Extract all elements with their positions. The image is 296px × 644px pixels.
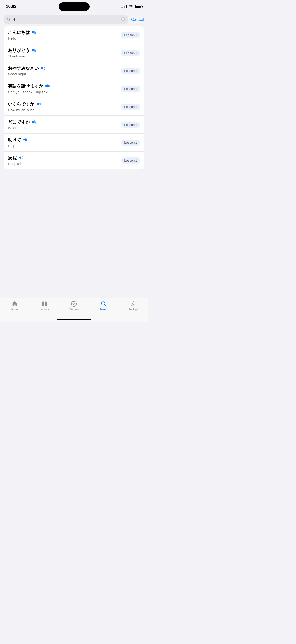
audio-icon[interactable] <box>36 102 41 106</box>
search-icon <box>7 18 10 22</box>
dynamic-island <box>59 2 90 11</box>
vocab-left: 助けて Help <box>8 137 121 148</box>
svg-marker-11 <box>23 138 25 141</box>
vocab-item[interactable]: 助けて Help Lesson 1 <box>4 134 144 152</box>
audio-icon[interactable] <box>23 138 27 142</box>
tab-settings[interactable]: Settings <box>123 301 143 311</box>
vocab-english: Good night <box>8 72 121 76</box>
vocab-item[interactable]: こんにちは Hello Lesson 1 <box>4 26 144 44</box>
lesson-badge: Lesson 1 <box>121 122 140 128</box>
vocab-english: Help <box>8 144 121 148</box>
svg-marker-7 <box>41 66 43 69</box>
tab-lessons[interactable]: Lessons <box>35 301 54 311</box>
vocab-item[interactable]: 病院 Hospital Lesson 1 <box>4 152 144 169</box>
lesson-badge: Lesson 1 <box>121 104 140 110</box>
vocab-left: 英語を話せますか Can you speak English? <box>8 83 121 94</box>
lessons-icon <box>41 301 48 307</box>
search-clear-button[interactable] <box>121 17 125 22</box>
tab-lessons-label: Lessons <box>39 308 49 311</box>
svg-marker-6 <box>32 48 34 51</box>
settings-icon <box>130 301 136 307</box>
vocab-japanese-row: いくらですか <box>8 101 121 107</box>
vocab-japanese: いくらですか <box>8 101 34 107</box>
search-tab-icon <box>100 301 107 307</box>
home-icon <box>11 301 18 307</box>
vocab-japanese-row: どこですか <box>8 119 121 125</box>
vocab-english: Hello <box>8 36 121 40</box>
svg-line-1 <box>9 20 10 21</box>
vocab-item[interactable]: いくらですか How much is it? Lesson 1 <box>4 98 144 116</box>
vocab-english: Thank you <box>8 54 121 58</box>
cancel-button[interactable]: Cancel <box>131 17 144 22</box>
vocab-left: 病院 Hospital <box>8 155 121 166</box>
svg-marker-9 <box>36 102 39 105</box>
vocab-japanese: おやすみなさい <box>8 65 39 71</box>
results-container: こんにちは Hello Lesson 1 ありがとう Thank you <box>4 26 144 169</box>
vocab-japanese-row: おやすみなさい <box>8 65 121 71</box>
svg-rect-16 <box>45 304 47 306</box>
vocab-japanese: 助けて <box>8 137 21 143</box>
search-bar-container: Cancel <box>0 13 148 26</box>
audio-icon[interactable] <box>32 120 36 124</box>
vocab-japanese: こんにちは <box>8 30 30 35</box>
vocab-japanese: 病院 <box>8 155 17 161</box>
vocab-item[interactable]: おやすみなさい Good night Lesson 1 <box>4 62 144 80</box>
tab-quizzes-label: Quizzes <box>69 308 79 311</box>
vocab-japanese: ありがとう <box>8 48 30 53</box>
audio-icon[interactable] <box>32 48 36 52</box>
vocab-item[interactable]: ありがとう Thank you Lesson 1 <box>4 44 144 62</box>
search-input-wrapper[interactable] <box>4 15 128 24</box>
audio-icon[interactable] <box>19 156 23 160</box>
status-time: 10:02 <box>6 4 16 9</box>
vocab-japanese-row: 英語を話せますか <box>8 83 121 89</box>
lesson-badge: Lesson 1 <box>121 86 140 92</box>
svg-rect-15 <box>42 304 44 306</box>
vocab-japanese-row: ありがとう <box>8 48 121 53</box>
svg-line-19 <box>105 305 106 306</box>
svg-point-20 <box>132 303 134 305</box>
status-icons <box>121 5 142 8</box>
vocab-japanese-row: 助けて <box>8 137 121 143</box>
wifi-icon <box>129 5 133 8</box>
svg-marker-8 <box>45 84 48 87</box>
search-input[interactable] <box>12 17 119 22</box>
tab-home-label: Home <box>11 308 18 311</box>
audio-icon[interactable] <box>45 84 49 88</box>
vocab-left: いくらですか How much is it? <box>8 101 121 112</box>
tab-bar: Home Lessons Quizzes Search Settings <box>0 298 148 322</box>
vocab-japanese: どこですか <box>8 119 30 125</box>
quizzes-icon <box>71 301 77 307</box>
svg-rect-13 <box>42 302 44 304</box>
vocab-english: How much is it? <box>8 108 121 112</box>
svg-rect-14 <box>45 302 47 304</box>
status-bar: 10:02 <box>0 0 148 13</box>
vocab-japanese-row: 病院 <box>8 155 121 161</box>
svg-marker-5 <box>32 30 34 34</box>
vocab-item[interactable]: 英語を話せますか Can you speak English? Lesson 1 <box>4 80 144 98</box>
signal-icon <box>121 5 127 8</box>
lesson-badge: Lesson 1 <box>121 68 140 74</box>
lesson-badge: Lesson 1 <box>121 140 140 146</box>
vocab-english: Where is it? <box>8 126 121 130</box>
tab-settings-label: Settings <box>128 308 138 311</box>
tab-home[interactable]: Home <box>5 301 24 311</box>
audio-icon[interactable] <box>32 30 36 35</box>
svg-point-17 <box>71 301 76 306</box>
lesson-badge: Lesson 1 <box>121 32 140 38</box>
audio-icon[interactable] <box>41 66 45 70</box>
battery-icon <box>135 5 142 8</box>
vocab-english: Can you speak English? <box>8 90 121 94</box>
tab-quizzes[interactable]: Quizzes <box>64 301 84 311</box>
vocab-left: おやすみなさい Good night <box>8 65 121 76</box>
lesson-badge: Lesson 1 <box>121 50 140 56</box>
vocab-item[interactable]: どこですか Where is it? Lesson 1 <box>4 116 144 134</box>
vocab-japanese: 英語を話せますか <box>8 83 43 89</box>
home-indicator <box>57 319 91 320</box>
tab-search-label: Search <box>99 308 108 311</box>
tab-search[interactable]: Search <box>94 301 113 311</box>
vocab-left: どこですか Where is it? <box>8 119 121 130</box>
svg-marker-10 <box>32 120 34 123</box>
vocab-japanese-row: こんにちは <box>8 30 121 35</box>
vocab-english: Hospital <box>8 162 121 166</box>
vocab-left: こんにちは Hello <box>8 30 121 40</box>
